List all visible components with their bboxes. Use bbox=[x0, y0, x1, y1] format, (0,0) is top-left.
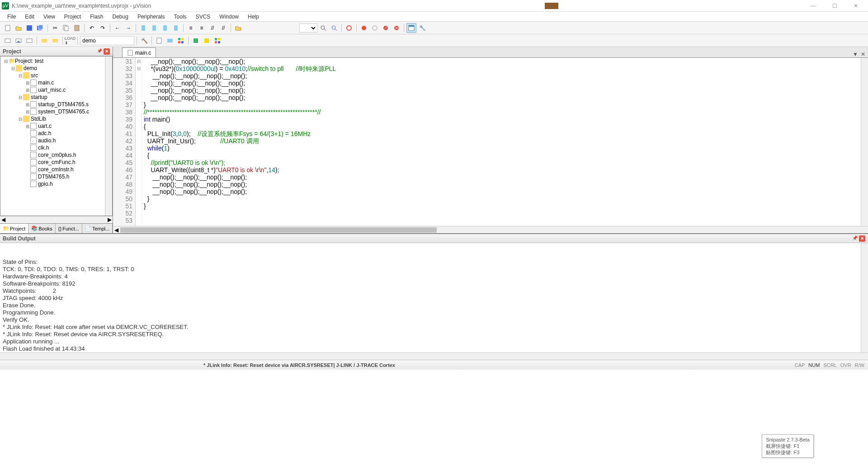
copy-button[interactable] bbox=[61, 23, 71, 33]
proj-tab-templ[interactable]: 📄Templ... bbox=[82, 224, 113, 233]
cut-button[interactable]: ✂ bbox=[50, 23, 60, 33]
download-button[interactable]: LOAD⬇ bbox=[65, 36, 75, 46]
file-ext-button[interactable] bbox=[154, 36, 164, 46]
find-combo[interactable] bbox=[299, 23, 317, 33]
menu-help[interactable]: Help bbox=[244, 13, 263, 21]
build-hscrollbar[interactable] bbox=[0, 352, 868, 360]
bookmark-clear-button[interactable] bbox=[171, 23, 181, 33]
menu-flash[interactable]: Flash bbox=[86, 13, 107, 21]
pack-installer-button[interactable] bbox=[212, 36, 222, 46]
find-in-files-button[interactable] bbox=[233, 23, 243, 33]
code-content[interactable]: __nop();__nop();__nop();__nop(); *(vu32*… bbox=[142, 58, 868, 226]
bookmark-next-button[interactable] bbox=[160, 23, 170, 33]
file-tab-main-c[interactable]: main.c bbox=[122, 47, 156, 57]
menu-svcs[interactable]: SVCS bbox=[192, 13, 214, 21]
build-close-button[interactable]: ✕ bbox=[859, 235, 865, 242]
tree-item[interactable]: ⊞uart.c bbox=[1, 122, 111, 130]
tab-close-button[interactable]: ✕ bbox=[861, 51, 865, 57]
project-pin-button[interactable]: 📌 bbox=[96, 48, 103, 55]
minimize-button[interactable]: — bbox=[807, 2, 820, 10]
menu-file[interactable]: File bbox=[4, 13, 19, 21]
debug-button[interactable] bbox=[344, 23, 354, 33]
tree-item[interactable]: ⊞main.c bbox=[1, 79, 111, 86]
nav-back-button[interactable]: ← bbox=[113, 23, 123, 33]
menu-window[interactable]: Window bbox=[216, 13, 242, 21]
install-pack-button[interactable] bbox=[202, 36, 212, 46]
build-vscrollbar[interactable] bbox=[861, 243, 868, 352]
manage-rte-button[interactable] bbox=[176, 36, 186, 46]
uncomment-button[interactable]: // bbox=[218, 23, 228, 33]
breakpoint-insert-button[interactable] bbox=[359, 23, 369, 33]
tab-dropdown-button[interactable]: ▼ bbox=[853, 51, 858, 57]
stop-build-button[interactable] bbox=[50, 36, 60, 46]
project-tree[interactable]: ⊟📁 Project: test ⊟demo⊟src⊞main.c⊞uart_m… bbox=[0, 56, 113, 216]
tree-scrollbar[interactable] bbox=[105, 56, 112, 216]
editor-vscrollbar[interactable] bbox=[861, 58, 868, 226]
new-file-button[interactable] bbox=[3, 23, 13, 33]
open-button[interactable] bbox=[14, 23, 24, 33]
project-close-button[interactable]: ✕ bbox=[104, 48, 110, 55]
tree-item[interactable]: ⊟startup bbox=[1, 94, 111, 101]
target-select[interactable]: demo bbox=[80, 36, 134, 45]
tree-item[interactable]: core_cmInstr.h bbox=[1, 166, 111, 173]
tree-item[interactable]: ⊟StdLib bbox=[1, 115, 111, 122]
tree-item[interactable]: clk.h bbox=[1, 144, 111, 151]
tree-root[interactable]: ⊟📁 Project: test bbox=[1, 57, 111, 65]
tree-scroll-left[interactable]: ◀ bbox=[0, 216, 6, 223]
tree-item[interactable]: DT5M4765.h bbox=[1, 173, 111, 180]
breakpoint-disable-button[interactable] bbox=[381, 23, 391, 33]
comment-button[interactable]: // bbox=[208, 23, 217, 33]
close-button[interactable]: ✕ bbox=[850, 2, 862, 10]
rebuild-button[interactable] bbox=[24, 36, 34, 46]
outdent-button[interactable]: ≡ bbox=[197, 23, 207, 33]
undo-button[interactable]: ↶ bbox=[87, 23, 97, 33]
tree-item[interactable]: audio.h bbox=[1, 137, 111, 144]
maximize-button[interactable]: ☐ bbox=[829, 2, 841, 10]
status-cap: CAP bbox=[795, 362, 805, 368]
target-options-button[interactable]: 🔨 bbox=[139, 36, 149, 46]
breakpoint-enable-button[interactable] bbox=[370, 23, 380, 33]
build-button[interactable] bbox=[14, 36, 24, 46]
indent-button[interactable]: ≡ bbox=[186, 23, 196, 33]
tree-item[interactable]: core_cmFunc.h bbox=[1, 159, 111, 166]
menu-debug[interactable]: Debug bbox=[109, 13, 132, 21]
tree-item[interactable]: ⊞system_DT5M4765.c bbox=[1, 108, 111, 115]
batch-build-button[interactable] bbox=[39, 36, 49, 46]
window-layout-button[interactable] bbox=[406, 23, 416, 33]
menu-peripherals[interactable]: Peripherals bbox=[134, 13, 169, 21]
tree-item[interactable]: ⊞startup_DT5M4765.s bbox=[1, 101, 111, 108]
configure-button[interactable]: 🔧 bbox=[417, 23, 427, 33]
translate-button[interactable] bbox=[3, 36, 13, 46]
save-all-button[interactable] bbox=[35, 23, 45, 33]
menu-tools[interactable]: Tools bbox=[170, 13, 190, 21]
menu-project[interactable]: Project bbox=[61, 13, 85, 21]
manage-button[interactable] bbox=[165, 36, 175, 46]
fold-column[interactable]: ⊟⊟ bbox=[136, 58, 142, 226]
editor-hscrollbar[interactable]: ◀ bbox=[113, 226, 868, 233]
tree-item[interactable]: ⊟demo bbox=[1, 65, 111, 72]
bookmark-button[interactable] bbox=[138, 23, 148, 33]
incremental-find-button[interactable] bbox=[329, 23, 339, 33]
tree-item[interactable]: gpio.h bbox=[1, 180, 111, 188]
save-button[interactable] bbox=[24, 23, 34, 33]
redo-button[interactable]: ↷ bbox=[98, 23, 108, 33]
tree-item[interactable]: core_cm0plus.h bbox=[1, 151, 111, 159]
nav-fwd-button[interactable]: → bbox=[123, 23, 133, 33]
paste-button[interactable] bbox=[72, 23, 82, 33]
tree-item[interactable]: ⊟src bbox=[1, 72, 111, 79]
menu-view[interactable]: View bbox=[40, 13, 59, 21]
menu-edit[interactable]: Edit bbox=[21, 13, 38, 21]
select-pack-button[interactable] bbox=[191, 36, 201, 46]
build-pin-button[interactable]: 📌 bbox=[852, 235, 858, 242]
proj-tab-project[interactable]: 📁Project bbox=[0, 224, 28, 233]
bookmark-prev-button[interactable] bbox=[149, 23, 159, 33]
find-button[interactable] bbox=[318, 23, 328, 33]
build-output-body[interactable]: State of Pins:TCK: 0, TDI: 0, TDO: 0, TM… bbox=[0, 243, 868, 352]
proj-tab-funct[interactable]: {}Funct... bbox=[56, 224, 82, 233]
tree-item[interactable]: ⊞uart_misc.c bbox=[1, 86, 111, 94]
proj-tab-books[interactable]: 📚Books bbox=[28, 224, 56, 233]
breakpoint-kill-button[interactable] bbox=[392, 23, 401, 33]
tree-item[interactable]: adc.h bbox=[1, 130, 111, 137]
code-editor[interactable]: 3132333435363738394041424344454647484950… bbox=[113, 58, 868, 226]
tree-scroll-right[interactable]: ▶ bbox=[106, 216, 113, 223]
